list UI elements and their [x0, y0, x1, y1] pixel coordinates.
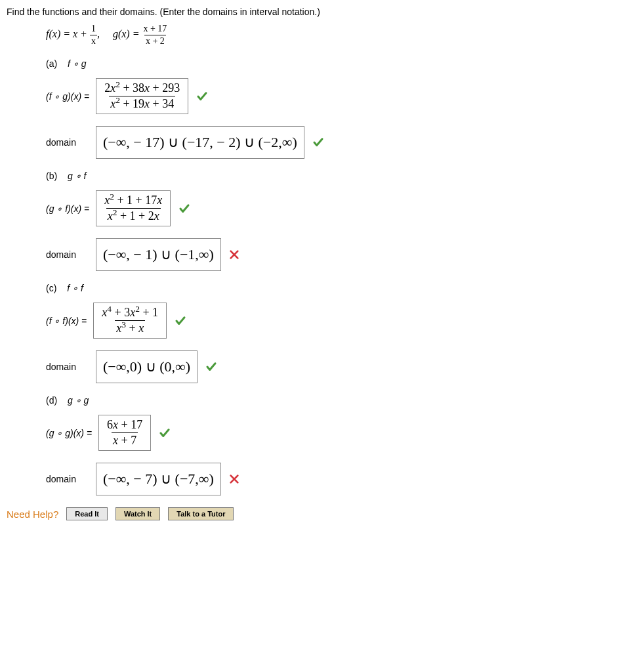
part-b-fn-lhs: (g ∘ f)(x) = [46, 203, 89, 214]
part-c-fn-row: (f ∘ f)(x) = x4 + 3x2 + 1 x3 + x [46, 303, 617, 339]
part-d-domain-answer[interactable]: (−∞, − 7) ∪ (−7,∞) [96, 463, 221, 495]
part-c-domain-label: domain [46, 362, 76, 372]
part-d-fn-lhs: (g ∘ g)(x) = [46, 428, 92, 438]
instructions: Find the functions and their domains. (E… [7, 7, 617, 17]
part-d-domain-row: domain (−∞, − 7) ∪ (−7,∞) [46, 463, 617, 495]
part-c-pn: (c) [46, 283, 56, 293]
f-frac-num: 1 [90, 24, 97, 35]
check-icon [178, 203, 190, 215]
part-b-label: (b) g ∘ f [46, 171, 617, 181]
cross-icon [229, 249, 239, 260]
part-a-domain-label: domain [46, 137, 76, 148]
part-c-comp: f ∘ f [67, 283, 83, 293]
f-frac: 1 x [90, 24, 97, 47]
g-lhs: g(x) = [113, 28, 142, 39]
given-functions: f(x) = x + 1 x , g(x) = x + 17 x + 2 [46, 24, 617, 47]
part-a-fn-num: 2x2 + 38x + 293 [103, 81, 181, 96]
g-frac-den: x + 2 [144, 35, 166, 47]
part-b-fn-answer[interactable]: x2 + 1 + 17x x2 + 1 + 2x [96, 190, 171, 226]
part-b-domain-label: domain [46, 249, 76, 260]
part-b-domain-answer[interactable]: (−∞, − 1) ∪ (−1,∞) [96, 238, 221, 271]
part-a-fn-lhs: (f ∘ g)(x) = [46, 91, 89, 102]
content-area: f(x) = x + 1 x , g(x) = x + 17 x + 2 (a)… [7, 24, 617, 495]
part-c-fn-num: x4 + 3x2 + 1 [100, 306, 159, 320]
part-c-fn-frac: x4 + 3x2 + 1 x3 + x [100, 306, 159, 335]
part-a-fn-frac: 2x2 + 38x + 293 x2 + 19x + 34 [103, 81, 181, 111]
part-d-fn-answer[interactable]: 6x + 17 x + 7 [98, 415, 151, 451]
part-d-label: (d) g ∘ g [46, 395, 617, 406]
part-d-fn-num: 6x + 17 [106, 418, 144, 432]
g-frac: x + 17 x + 2 [142, 24, 168, 47]
help-bar: Need Help? Read It Watch It Talk to a Tu… [7, 507, 617, 520]
check-icon [175, 315, 186, 327]
part-a-domain-answer[interactable]: (−∞, − 17) ∪ (−17, − 2) ∪ (−2,∞) [96, 126, 304, 159]
part-a-fn-row: (f ∘ g)(x) = 2x2 + 38x + 293 x2 + 19x + … [46, 78, 617, 114]
part-c-fn-lhs: (f ∘ f)(x) = [46, 316, 87, 326]
sep: , [97, 28, 100, 39]
read-it-button[interactable]: Read It [66, 507, 108, 520]
part-d-comp: g ∘ g [68, 395, 89, 406]
f-lhs: f(x) = x + [46, 28, 90, 39]
part-a-label: (a) f ∘ g [46, 58, 617, 69]
part-c-domain-row: domain (−∞,0) ∪ (0,∞) [46, 350, 617, 383]
part-a-fn-answer[interactable]: 2x2 + 38x + 293 x2 + 19x + 34 [96, 78, 188, 114]
part-b-fn-num: x2 + 1 + 17x [103, 194, 163, 208]
talk-to-tutor-button[interactable]: Talk to a Tutor [168, 507, 234, 520]
check-icon [205, 361, 217, 373]
watch-it-button[interactable]: Watch It [115, 507, 160, 520]
check-icon [159, 427, 171, 439]
part-b-comp: g ∘ f [68, 171, 86, 181]
part-d-fn-frac: 6x + 17 x + 7 [106, 418, 144, 448]
part-a-fn-den: x2 + 19x + 34 [109, 96, 175, 111]
part-a-pn: (a) [46, 58, 57, 69]
part-c-domain-answer[interactable]: (−∞,0) ∪ (0,∞) [96, 350, 198, 383]
cross-icon [229, 474, 239, 484]
part-b-fn-row: (g ∘ f)(x) = x2 + 1 + 17x x2 + 1 + 2x [46, 190, 617, 226]
check-icon [312, 136, 324, 148]
part-d-fn-den: x + 7 [112, 432, 138, 448]
part-b-domain-row: domain (−∞, − 1) ∪ (−1,∞) [46, 238, 617, 271]
check-icon [196, 91, 208, 102]
part-d-fn-row: (g ∘ g)(x) = 6x + 17 x + 7 [46, 415, 617, 451]
part-a-comp: f ∘ g [68, 58, 86, 69]
f-frac-den: x [90, 35, 97, 47]
part-b-pn: (b) [46, 171, 57, 181]
part-d-domain-label: domain [46, 474, 76, 484]
part-b-fn-den: x2 + 1 + 2x [106, 208, 161, 223]
g-frac-num: x + 17 [142, 24, 168, 35]
need-help-label: Need Help? [7, 509, 58, 520]
part-c-fn-den: x3 + x [115, 320, 145, 335]
part-c-label: (c) f ∘ f [46, 283, 617, 293]
part-a-domain-row: domain (−∞, − 17) ∪ (−17, − 2) ∪ (−2,∞) [46, 126, 617, 159]
part-c-fn-answer[interactable]: x4 + 3x2 + 1 x3 + x [93, 303, 167, 339]
part-d-pn: (d) [46, 395, 57, 406]
part-b-fn-frac: x2 + 1 + 17x x2 + 1 + 2x [103, 194, 163, 223]
